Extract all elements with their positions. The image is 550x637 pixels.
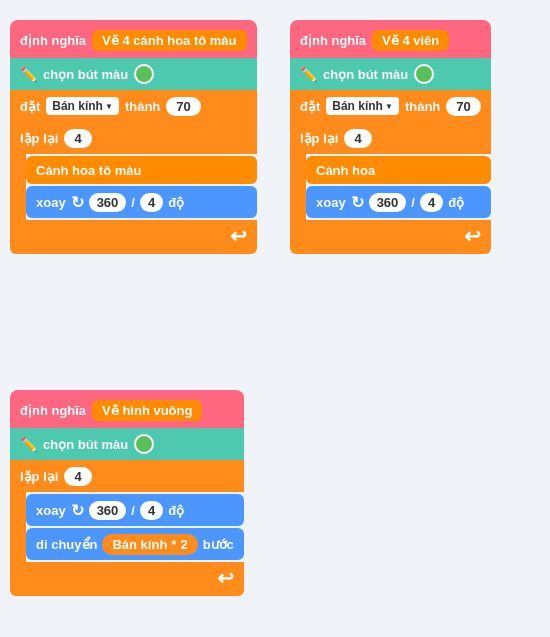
repeat-value-1[interactable]: 4 xyxy=(64,129,91,148)
xoay-val1-2[interactable]: 360 xyxy=(369,193,407,212)
dat-label-2: đặt xyxy=(300,99,320,114)
custom-block-label-2: Vẽ 4 viên xyxy=(372,30,449,51)
rotate-arrow-1: ↻ xyxy=(71,193,84,212)
define-label: định nghĩa xyxy=(20,33,86,48)
mult-value-3: 2 xyxy=(180,537,187,552)
custom-block-label-1: Vẽ 4 cánh hoa tô màu xyxy=(92,30,246,51)
ban-kinh-text-3: Bán kính xyxy=(112,537,167,552)
multiply-sign-3: * xyxy=(171,537,176,552)
call-block-1[interactable]: Cánh hoa tô màu xyxy=(26,156,257,184)
color-dot-1[interactable] xyxy=(134,64,154,84)
group1: định nghĩa Vẽ 4 cánh hoa tô màu ✏️ chọn … xyxy=(10,20,257,254)
ban-kinh-dropdown-2[interactable]: Bán kính ▼ xyxy=(326,97,399,115)
pencil-icon-3: ✏️ xyxy=(20,436,37,452)
xoay-val1-1[interactable]: 360 xyxy=(89,193,127,212)
xoay-val2-1[interactable]: 4 xyxy=(140,193,163,212)
buoc-label-3: bước xyxy=(203,537,234,552)
repeat-top-3[interactable]: lặp lại 4 xyxy=(10,460,244,492)
return-arrow-3: ↩ xyxy=(217,566,234,590)
pen-label-3: chọn bút màu xyxy=(43,437,128,452)
set-radius-1[interactable]: đặt Bán kính ▼ thành 70 xyxy=(10,90,257,122)
pen-label-1: chọn bút màu xyxy=(43,67,128,82)
color-dot-3[interactable] xyxy=(134,434,154,454)
c-bottom-2: ↩ xyxy=(290,220,491,254)
xoay-val1-3[interactable]: 360 xyxy=(89,501,127,520)
lap-lai-label-1: lặp lại xyxy=(20,131,58,146)
rotate-block-2[interactable]: xoay ↻ 360 / 4 độ xyxy=(306,186,491,218)
define-block-3[interactable]: định nghĩa Vẽ hình vuông xyxy=(10,390,244,428)
pencil-icon-1: ✏️ xyxy=(20,66,37,82)
define-label-3: định nghĩa xyxy=(20,403,86,418)
do-label-1: độ xyxy=(168,195,184,210)
slash-1: / xyxy=(131,195,135,210)
move-block-3[interactable]: di chuyển Bán kính * 2 bước xyxy=(26,528,244,560)
call-label-2: Cánh hoa xyxy=(316,163,375,178)
rotate-arrow-3: ↻ xyxy=(71,501,84,520)
di-chuyen-label-3: di chuyển xyxy=(36,537,97,552)
c-bottom-1: ↩ xyxy=(10,220,257,254)
xoay-val2-2[interactable]: 4 xyxy=(420,193,443,212)
define-label-2: định nghĩa xyxy=(300,33,366,48)
rotate-block-3[interactable]: xoay ↻ 360 / 4 độ xyxy=(26,494,244,526)
radius-value-1[interactable]: 70 xyxy=(166,97,200,116)
slash-3: / xyxy=(131,503,135,518)
return-arrow-2: ↩ xyxy=(464,224,481,248)
pen-label-2: chọn bút màu xyxy=(323,67,408,82)
slash-2: / xyxy=(411,195,415,210)
pen-row-2[interactable]: ✏️ chọn bút màu xyxy=(290,58,491,90)
return-arrow-1: ↩ xyxy=(230,224,247,248)
do-label-3: độ xyxy=(168,503,184,518)
do-label-2: độ xyxy=(448,195,464,210)
c-bottom-3: ↩ xyxy=(10,562,244,596)
repeat-top-2[interactable]: lặp lại 4 xyxy=(290,122,491,154)
thanh-label-1: thành xyxy=(125,99,160,114)
custom-block-label-3: Vẽ hình vuông xyxy=(92,400,202,421)
repeat-top-1[interactable]: lặp lại 4 xyxy=(10,122,257,154)
repeat-value-2[interactable]: 4 xyxy=(344,129,371,148)
xoay-label-1: xoay xyxy=(36,195,66,210)
set-radius-2[interactable]: đặt Bán kính ▼ thành 70 xyxy=(290,90,491,122)
pen-row-1[interactable]: ✏️ chọn bút màu xyxy=(10,58,257,90)
lap-lai-label-3: lặp lại xyxy=(20,469,58,484)
rotate-arrow-2: ↻ xyxy=(351,193,364,212)
group2: định nghĩa Vẽ 4 viên ✏️ chọn bút màu đặt… xyxy=(290,20,491,254)
rotate-block-1[interactable]: xoay ↻ 360 / 4 độ xyxy=(26,186,257,218)
thanh-label-2: thành xyxy=(405,99,440,114)
lap-lai-label-2: lặp lại xyxy=(300,131,338,146)
pencil-icon-2: ✏️ xyxy=(300,66,317,82)
radius-value-2[interactable]: 70 xyxy=(446,97,480,116)
xoay-val2-3[interactable]: 4 xyxy=(140,501,163,520)
call-label-1: Cánh hoa tô màu xyxy=(36,163,141,178)
dat-label-1: đặt xyxy=(20,99,40,114)
pen-row-3[interactable]: ✏️ chọn bút màu xyxy=(10,428,244,460)
group3: định nghĩa Vẽ hình vuông ✏️ chọn bút màu… xyxy=(10,390,244,596)
ban-kinh-dropdown-1[interactable]: Bán kính ▼ xyxy=(46,97,119,115)
call-block-2[interactable]: Cánh hoa xyxy=(306,156,491,184)
xoay-label-2: xoay xyxy=(316,195,346,210)
color-dot-2[interactable] xyxy=(414,64,434,84)
xoay-label-3: xoay xyxy=(36,503,66,518)
ban-kinh-oval-3[interactable]: Bán kính * 2 xyxy=(102,534,197,555)
define-block-1[interactable]: định nghĩa Vẽ 4 cánh hoa tô màu xyxy=(10,20,257,58)
repeat-value-3[interactable]: 4 xyxy=(64,467,91,486)
define-block-2[interactable]: định nghĩa Vẽ 4 viên xyxy=(290,20,491,58)
